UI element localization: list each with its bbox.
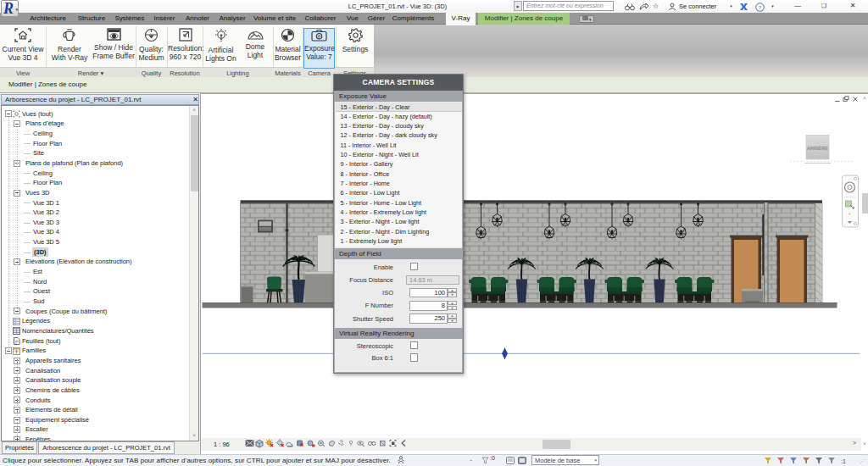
svg-text:ARRIÈRE: ARRIÈRE (807, 145, 828, 151)
svg-text::1: :1 (841, 458, 846, 464)
svg-text:?: ? (759, 4, 761, 11)
